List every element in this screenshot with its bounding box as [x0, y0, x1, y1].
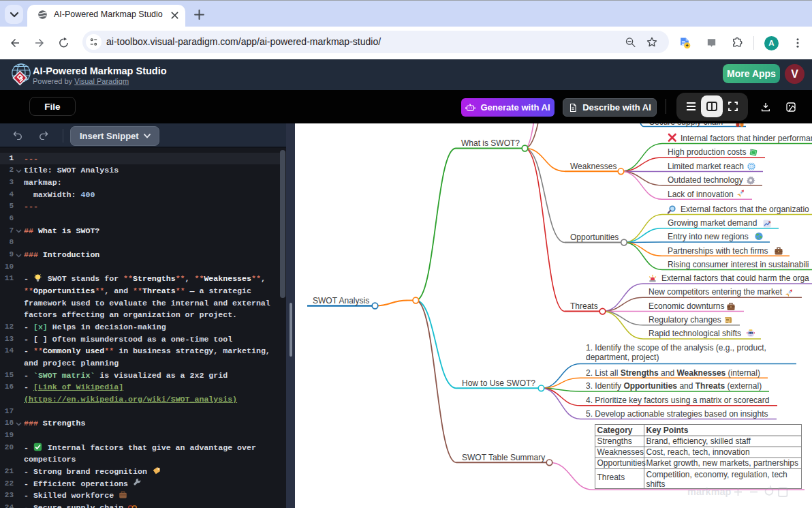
svg-text:department, project): department, project)	[586, 353, 659, 362]
svg-text:Market growth, new markets, pa: Market growth, new markets, partnerships	[646, 458, 798, 468]
svg-text:markmap: markmap	[687, 486, 732, 497]
svg-text:Threats: Threats	[597, 473, 625, 482]
svg-text:New competitors entering the m: New competitors entering the market	[649, 287, 783, 297]
svg-text:Brand, efficiency, skilled sta: Brand, efficiency, skilled staff	[646, 436, 751, 446]
svg-text:Lack of innovation: Lack of innovation	[668, 190, 734, 199]
svg-text:Opportunities: Opportunities	[570, 233, 619, 242]
svg-text:Cost, reach, tech, innovation: Cost, reach, tech, innovation	[646, 447, 750, 457]
svg-text:4. Prioritize key factors usin: 4. Prioritize key factors using a matrix…	[586, 395, 769, 405]
svg-text:Regulatory changes: Regulatory changes	[649, 315, 721, 325]
svg-text:Growing market demand: Growing market demand	[668, 218, 757, 228]
svg-text:What is SWOT?: What is SWOT?	[461, 138, 520, 148]
svg-text:Internal factors that hinder p: Internal factors that hinder performanc	[681, 134, 812, 143]
svg-text:External factors that could ha: External factors that could harm the org…	[661, 273, 809, 283]
svg-text:Weaknesses: Weaknesses	[597, 447, 644, 457]
svg-text:How to Use SWOT?: How to Use SWOT?	[462, 378, 535, 388]
svg-text:Outdated technology: Outdated technology	[668, 175, 743, 185]
svg-text:Partnerships with tech firms: Partnerships with tech firms	[668, 246, 768, 256]
svg-text:Entry into new regions: Entry into new regions	[668, 232, 749, 241]
svg-text:Rapid technological shifts: Rapid technological shifts	[649, 329, 741, 338]
svg-text:3. Identify Opportunities and: 3. Identify Opportunities and Threats (e…	[586, 381, 762, 391]
svg-text:2. List all Strengths and Weak: 2. List all Strengths and Weaknesses (in…	[586, 368, 760, 378]
svg-text:Secure supply chain: Secure supply chain	[649, 123, 723, 127]
svg-text:Opportunities: Opportunities	[597, 458, 646, 468]
svg-text:Category: Category	[597, 425, 633, 435]
svg-text:SWOT Table Summary: SWOT Table Summary	[462, 453, 545, 462]
svg-text:Weaknesses: Weaknesses	[570, 162, 616, 171]
svg-text:Economic downturns: Economic downturns	[649, 301, 724, 311]
svg-text:Rising consumer interest in su: Rising consumer interest in sustainabili	[668, 260, 809, 269]
svg-text:Strengths: Strengths	[597, 436, 632, 446]
svg-text:SWOT Analysis: SWOT Analysis	[313, 296, 369, 305]
svg-text:shifts: shifts	[646, 479, 666, 489]
svg-text:Key Points: Key Points	[646, 425, 689, 435]
svg-text:1. Identify the scope of the a: 1. Identify the scope of the analysis (e…	[586, 343, 766, 353]
svg-text:5. Develop actionable strategi: 5. Develop actionable strategies based o…	[586, 409, 768, 419]
svg-text:Competition, economy, regulati: Competition, economy, regulation, tech	[646, 470, 787, 479]
svg-text:Limited market reach: Limited market reach	[668, 162, 744, 171]
svg-text:High production costs: High production costs	[668, 147, 746, 157]
svg-text:External factors that the orga: External factors that the organizatio	[681, 205, 809, 214]
svg-text:Threats: Threats	[570, 301, 598, 311]
